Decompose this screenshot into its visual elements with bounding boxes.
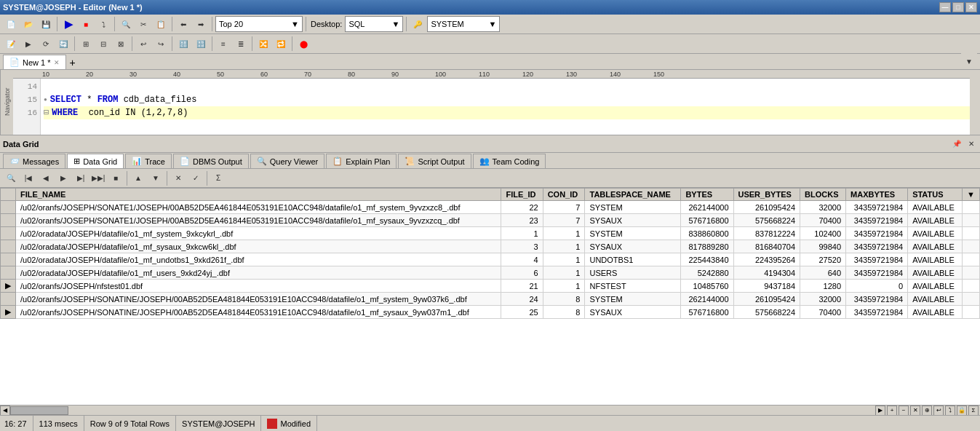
tb2-btn14[interactable]: 🔀 bbox=[255, 36, 271, 52]
tab-trace[interactable]: 📊 Trace bbox=[125, 154, 172, 168]
col-tablespace[interactable]: TABLESPACE_NAME bbox=[585, 189, 681, 201]
tab-script-output[interactable]: 📜 Script Output bbox=[398, 154, 471, 168]
code-area[interactable]: 14 15 16 ● SELECT * FROM cdb_data_files … bbox=[13, 79, 980, 135]
grid-last-btn[interactable]: ▶▶| bbox=[90, 170, 106, 186]
run-btn[interactable]: ▶ bbox=[60, 16, 76, 32]
grid-up-btn[interactable]: ▲ bbox=[130, 170, 146, 186]
grid-stop-btn[interactable]: ■ bbox=[108, 170, 124, 186]
tb2-btn7[interactable]: ⊠ bbox=[113, 36, 129, 52]
toolbar-row-2: 📝 ▶ ⟳ 🔄 ⊞ ⊟ ⊠ ↩ ↪ 🔠 🔡 ≡ ≣ 🔀 🔁 ⬤ bbox=[0, 34, 980, 54]
col-maxbytes[interactable]: MAXBYTES bbox=[846, 189, 908, 201]
table-row: ▶ /u02/oranfs/JOSEPH/SONATINE/JOSEPH/00A… bbox=[1, 306, 980, 319]
hscroll-thumb[interactable] bbox=[10, 406, 68, 415]
new-btn[interactable]: 📄 bbox=[3, 16, 19, 32]
add-row-btn[interactable]: + bbox=[887, 406, 897, 416]
grid-down-btn[interactable]: ▼ bbox=[148, 170, 164, 186]
col-user-bytes[interactable]: USER_BYTES bbox=[733, 189, 800, 201]
col-con-id[interactable]: CON_ID bbox=[543, 189, 585, 201]
tb2-btn11[interactable]: 🔡 bbox=[193, 36, 209, 52]
tab-new1-close[interactable]: ✕ bbox=[54, 59, 60, 66]
grid-play-btn[interactable]: ▶ bbox=[55, 170, 71, 186]
tb2-btn6[interactable]: ⊟ bbox=[95, 36, 111, 52]
del-row-btn[interactable]: − bbox=[899, 406, 909, 416]
stop-btn[interactable]: ■ bbox=[78, 16, 94, 32]
tab-add-button[interactable]: + bbox=[66, 56, 79, 69]
save-btn[interactable]: 💾 bbox=[38, 16, 54, 32]
grid-cancel-btn[interactable]: ✕ bbox=[170, 170, 186, 186]
hscroll-left[interactable]: ◀ bbox=[0, 406, 10, 416]
hscroll-track[interactable] bbox=[10, 406, 875, 416]
ep-icon: 📋 bbox=[332, 157, 343, 166]
bottom-btn8[interactable]: Σ bbox=[968, 406, 979, 416]
grid-sum-btn[interactable]: Σ bbox=[210, 170, 226, 186]
toolbar-btn-8[interactable]: 🔑 bbox=[410, 16, 426, 32]
tb2-btn9[interactable]: ↪ bbox=[153, 36, 169, 52]
grid-next-btn[interactable]: ▶| bbox=[73, 170, 89, 186]
step-btn[interactable]: ⤵ bbox=[95, 16, 111, 32]
tab-team-coding[interactable]: 👥 Team Coding bbox=[473, 154, 546, 168]
col-file-name[interactable]: FILE_NAME bbox=[16, 189, 501, 201]
data-grid[interactable]: FILE_NAME FILE_ID CON_ID TABLESPACE_NAME… bbox=[0, 188, 980, 405]
tb2-btn10[interactable]: 🔠 bbox=[175, 36, 191, 52]
tb2-btn3[interactable]: ⟳ bbox=[38, 36, 54, 52]
toolbar-btn-7[interactable]: ➡ bbox=[193, 16, 209, 32]
bottom-btn6[interactable]: ⤵ bbox=[945, 406, 955, 416]
panel-pin-btn[interactable]: 📌 bbox=[951, 138, 963, 150]
grid-refresh-btn[interactable]: 🔍 bbox=[3, 170, 19, 186]
col-bytes[interactable]: BYTES bbox=[681, 189, 733, 201]
col-blocks[interactable]: BLOCKS bbox=[800, 189, 846, 201]
tab-dbms-output[interactable]: 📄 DBMS Output bbox=[173, 154, 249, 168]
grid-commit-btn[interactable]: ✓ bbox=[188, 170, 204, 186]
maximize-button[interactable]: □ bbox=[952, 2, 964, 12]
panel-close-btn[interactable]: ✕ bbox=[965, 138, 977, 150]
grid-sep3 bbox=[207, 171, 207, 186]
code-editor[interactable]: ● SELECT * FROM cdb_data_files ⊟ WHERE c… bbox=[41, 79, 980, 135]
h-scroll[interactable]: ◀ ▶ + − ✕ ⊕ ↩ ⤵ 🔒 Σ bbox=[0, 405, 980, 415]
tb2-btn2[interactable]: ▶ bbox=[20, 36, 36, 52]
col-file-id[interactable]: FILE_ID bbox=[501, 189, 543, 201]
tb2-btn4[interactable]: 🔄 bbox=[55, 36, 71, 52]
row-arrow-8: ▶ bbox=[5, 307, 11, 316]
toolbar-btn-6[interactable]: ⬅ bbox=[175, 16, 191, 32]
tb2-btn13[interactable]: ≣ bbox=[233, 36, 249, 52]
open-btn[interactable]: 📂 bbox=[20, 16, 36, 32]
cell-more-6 bbox=[963, 280, 980, 293]
toolbar-btn-3[interactable]: 🔍 bbox=[118, 16, 134, 32]
tb2-btn16[interactable]: ⬤ bbox=[295, 36, 311, 52]
top20-dropdown[interactable]: Top 20 ▼ bbox=[215, 16, 303, 32]
bottom-btn5[interactable]: ↩ bbox=[933, 406, 944, 416]
tb2-btn5[interactable]: ⊞ bbox=[78, 36, 94, 52]
tb2-btn8[interactable]: ↩ bbox=[135, 36, 151, 52]
toolbar-btn-4[interactable]: ✂ bbox=[135, 16, 151, 32]
close-button[interactable]: ✕ bbox=[965, 2, 977, 12]
tab-data-grid[interactable]: ⊞ Data Grid bbox=[67, 154, 124, 168]
panel-tabs: 📨 Messages ⊞ Data Grid 📊 Trace 📄 DBMS Ou… bbox=[0, 153, 980, 169]
bottom-btn7[interactable]: 🔒 bbox=[957, 406, 967, 416]
cell-user-bytes-2: 837812224 bbox=[733, 227, 800, 240]
tab-scroll-btn[interactable]: ▼ bbox=[961, 53, 977, 69]
col-status[interactable]: STATUS bbox=[908, 189, 963, 201]
grid-first-btn[interactable]: |◀ bbox=[20, 170, 36, 186]
editor-vscroll[interactable] bbox=[970, 70, 980, 135]
bottom-btn3[interactable]: ✕ bbox=[910, 406, 920, 416]
tb2-btn1[interactable]: 📝 bbox=[3, 36, 19, 52]
bottom-btn4[interactable]: ⊕ bbox=[922, 406, 932, 416]
table-row: /u02/oradata/JOSEPH/datafile/o1_mf_users… bbox=[1, 266, 980, 280]
col-more[interactable]: ▼ bbox=[963, 189, 980, 201]
cell-file-name-3: /u02/oradata/JOSEPH/datafile/o1_mf_sysau… bbox=[16, 240, 501, 253]
tb2-btn15[interactable]: 🔁 bbox=[273, 36, 289, 52]
cell-tablespace-6: NFSTEST bbox=[585, 280, 681, 293]
hscroll-right[interactable]: ▶ bbox=[875, 406, 885, 416]
tab-messages[interactable]: 📨 Messages bbox=[3, 154, 65, 168]
tab-new1[interactable]: 📄 New 1 * ✕ bbox=[3, 55, 66, 69]
tab-explain-plan[interactable]: 📋 Explain Plan bbox=[326, 154, 397, 168]
tb2-btn12[interactable]: ≡ bbox=[215, 36, 231, 52]
minimize-button[interactable]: — bbox=[939, 2, 951, 12]
toolbar-btn-5[interactable]: 📋 bbox=[153, 16, 169, 32]
tab-query-viewer[interactable]: 🔍 Query Viewer bbox=[250, 154, 324, 168]
cell-bytes-1: 576716800 bbox=[681, 214, 733, 227]
grid-prev-btn[interactable]: ◀ bbox=[38, 170, 54, 186]
table-row: /u02/oranfs/JOSEPH/SONATINE/JOSEPH/00AB5… bbox=[1, 293, 980, 306]
system-dropdown[interactable]: SYSTEM ▼ bbox=[427, 16, 500, 32]
desktop-dropdown[interactable]: SQL ▼ bbox=[345, 16, 403, 32]
